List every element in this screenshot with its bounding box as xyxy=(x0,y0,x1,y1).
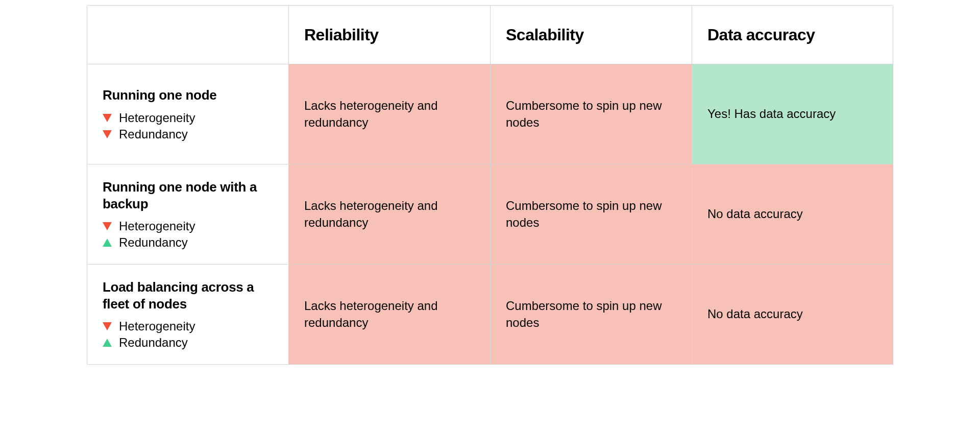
header-corner xyxy=(87,5,288,64)
cell-text: Lacks heterogeneity and redundancy xyxy=(304,198,475,231)
tag-label: Redundancy xyxy=(119,127,188,141)
cell-scalability: Cumbersome to spin up new nodes xyxy=(490,264,692,364)
tag-label: Heterogeneity xyxy=(119,111,195,125)
tag-redundancy: Redundancy xyxy=(103,235,273,250)
cell-text: Lacks heterogeneity and redundancy xyxy=(304,98,475,131)
row-label-one-node: Running one node Heterogeneity Redundanc… xyxy=(87,64,288,164)
svg-marker-0 xyxy=(103,114,112,122)
column-header-scalability: Scalability xyxy=(490,5,692,64)
triangle-down-icon xyxy=(103,130,113,138)
cell-text: Yes! Has data accuracy xyxy=(707,106,878,122)
row-label-one-node-backup: Running one node with a backup Heterogen… xyxy=(87,164,288,264)
triangle-up-icon xyxy=(103,339,113,347)
tag-heterogeneity: Heterogeneity xyxy=(103,319,273,333)
column-header-label: Scalability xyxy=(506,26,676,44)
tag-heterogeneity: Heterogeneity xyxy=(103,111,273,125)
cell-scalability: Cumbersome to spin up new nodes xyxy=(490,64,692,164)
triangle-up-icon xyxy=(103,239,113,247)
cell-reliability: Lacks heterogeneity and redundancy xyxy=(288,164,490,264)
triangle-down-icon xyxy=(103,222,113,230)
svg-marker-2 xyxy=(103,222,112,230)
cell-text: Cumbersome to spin up new nodes xyxy=(506,298,676,331)
svg-marker-4 xyxy=(103,322,112,330)
svg-marker-1 xyxy=(103,130,112,138)
tag-label: Heterogeneity xyxy=(119,219,195,233)
cell-text: No data accuracy xyxy=(707,306,878,322)
row-title: Load balancing across a fleet of nodes xyxy=(103,279,273,312)
tag-label: Redundancy xyxy=(119,336,188,350)
cell-reliability: Lacks heterogeneity and redundancy xyxy=(288,264,490,364)
cell-text: No data accuracy xyxy=(707,206,878,222)
row-title: Running one node with a backup xyxy=(103,179,273,212)
column-header-data-accuracy: Data accuracy xyxy=(692,5,893,64)
comparison-table: Reliability Scalability Data accuracy Ru… xyxy=(87,5,893,365)
svg-marker-3 xyxy=(103,239,112,247)
cell-reliability: Lacks heterogeneity and redundancy xyxy=(288,64,490,164)
tag-redundancy: Redundancy xyxy=(103,127,273,141)
column-header-label: Reliability xyxy=(304,26,475,44)
tag-label: Redundancy xyxy=(119,235,188,250)
row-title: Running one node xyxy=(103,87,273,104)
cell-data-accuracy: No data accuracy xyxy=(692,264,893,364)
cell-scalability: Cumbersome to spin up new nodes xyxy=(490,164,692,264)
cell-data-accuracy: Yes! Has data accuracy xyxy=(692,64,893,164)
triangle-down-icon xyxy=(103,322,113,330)
cell-data-accuracy: No data accuracy xyxy=(692,164,893,264)
row-label-load-balancing: Load balancing across a fleet of nodes H… xyxy=(87,264,288,364)
cell-text: Lacks heterogeneity and redundancy xyxy=(304,298,475,331)
tag-label: Heterogeneity xyxy=(119,319,195,333)
svg-marker-5 xyxy=(103,339,112,347)
tag-heterogeneity: Heterogeneity xyxy=(103,219,273,233)
cell-text: Cumbersome to spin up new nodes xyxy=(506,98,676,131)
cell-text: Cumbersome to spin up new nodes xyxy=(506,198,676,231)
column-header-reliability: Reliability xyxy=(288,5,490,64)
triangle-down-icon xyxy=(103,114,113,122)
tag-redundancy: Redundancy xyxy=(103,336,273,350)
column-header-label: Data accuracy xyxy=(707,26,878,44)
